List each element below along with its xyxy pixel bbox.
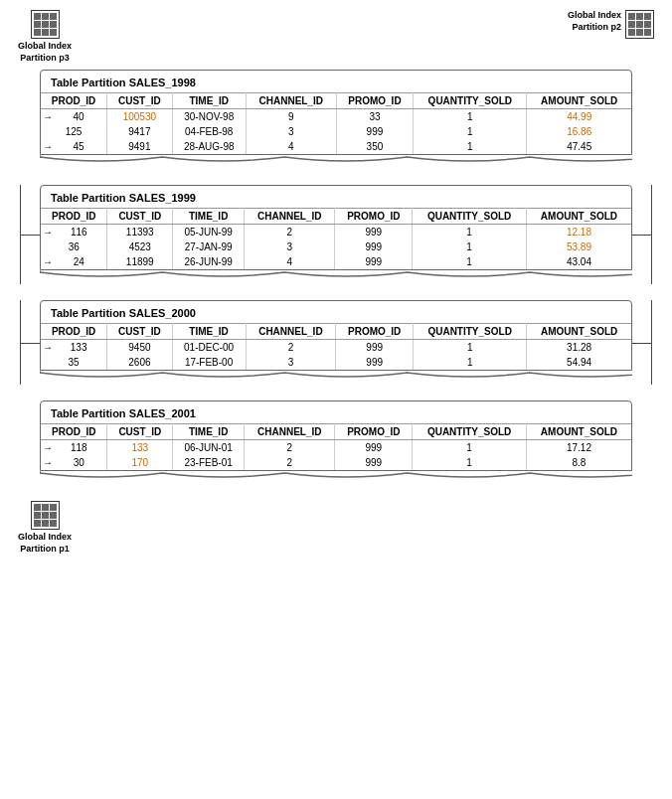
- cell-0-2-2: 28-AUG-98: [172, 139, 246, 154]
- table-row: →1161139305-JUN-992999112.18: [41, 225, 631, 240]
- data-table-0: PROD_IDCUST_IDTIME_IDCHANNEL_IDPROMO_IDQ…: [41, 92, 631, 154]
- cell-3-0-0: →118: [41, 440, 107, 456]
- cell-1-0-1: 11393: [107, 225, 173, 240]
- col-header-1-5: QUANTITY_SOLD: [413, 209, 527, 225]
- table-row: 125941704-FEB-983999116.86: [41, 124, 631, 139]
- cell-0-2-3: 4: [246, 139, 336, 154]
- partition-section-1: Table Partition SALES_1999PROD_IDCUST_ID…: [10, 185, 662, 284]
- partition-section-2: Table Partition SALES_2000PROD_IDCUST_ID…: [10, 300, 662, 385]
- col-header-3-0: PROD_ID: [41, 424, 107, 440]
- col-header-0-0: PROD_ID: [41, 93, 107, 109]
- cell-2-0-1: 9450: [107, 340, 172, 356]
- col-header-3-3: CHANNEL_ID: [245, 424, 335, 440]
- partition-title-3: Table Partition SALES_2001: [41, 401, 631, 423]
- partition-title-1: Table Partition SALES_1999: [41, 186, 631, 208]
- page: Global Index Partition p3 Global Index P…: [0, 0, 672, 799]
- cell-1-0-5: 1: [413, 225, 527, 240]
- cell-1-2-3: 4: [245, 254, 335, 269]
- col-header-2-6: AMOUNT_SOLD: [527, 324, 631, 340]
- cell-3-1-1: 170: [107, 455, 173, 470]
- col-header-1-0: PROD_ID: [41, 209, 107, 225]
- data-table-1: PROD_IDCUST_IDTIME_IDCHANNEL_IDPROMO_IDQ…: [41, 208, 631, 269]
- cell-2-0-3: 2: [246, 340, 336, 356]
- col-header-3-6: AMOUNT_SOLD: [526, 424, 631, 440]
- cell-0-1-1: 9417: [107, 124, 172, 139]
- cell-2-0-6: 31.28: [527, 340, 631, 356]
- cell-2-0-5: 1: [414, 340, 527, 356]
- cell-1-2-6: 43.04: [526, 254, 631, 269]
- partition-inner-2: Table Partition SALES_2000PROD_IDCUST_ID…: [40, 300, 632, 371]
- cell-1-1-3: 3: [245, 240, 335, 254]
- cell-1-1-4: 999: [335, 240, 413, 254]
- global-index-p1-box: Global Index Partition p1: [18, 501, 72, 555]
- col-header-2-5: QUANTITY_SOLD: [414, 324, 527, 340]
- col-header-1-2: TIME_ID: [173, 209, 245, 225]
- cell-2-1-4: 999: [336, 355, 414, 370]
- cell-3-1-0: →30: [41, 455, 107, 470]
- index-label-p2: Global Index: [568, 10, 621, 22]
- partition-inner-1: Table Partition SALES_1999PROD_IDCUST_ID…: [40, 185, 632, 270]
- col-header-3-5: QUANTITY_SOLD: [413, 424, 527, 440]
- cell-1-1-2: 27-JAN-99: [173, 240, 245, 254]
- data-table-3: PROD_IDCUST_IDTIME_IDCHANNEL_IDPROMO_IDQ…: [41, 423, 631, 470]
- col-header-1-1: CUST_ID: [107, 209, 173, 225]
- cell-1-0-4: 999: [335, 225, 413, 240]
- cell-2-0-0: →133: [41, 340, 107, 356]
- col-header-1-6: AMOUNT_SOLD: [526, 209, 631, 225]
- cell-3-1-5: 1: [413, 455, 527, 470]
- cell-3-0-3: 2: [245, 440, 335, 456]
- table-row: →3017023-FEB-01299918.8: [41, 455, 631, 470]
- cell-1-0-0: →116: [41, 225, 107, 240]
- top-indexes-row: Global Index Partition p3 Global Index P…: [10, 10, 662, 64]
- cell-0-2-5: 1: [414, 139, 527, 154]
- partition-title-0: Table Partition SALES_1998: [41, 71, 631, 92]
- cell-0-0-1: 100530: [107, 109, 172, 125]
- col-header-1-3: CHANNEL_ID: [245, 209, 335, 225]
- col-header-2-0: PROD_ID: [41, 324, 107, 340]
- table-row: 35260617-FEB-003999154.94: [41, 355, 631, 370]
- col-header-0-5: QUANTITY_SOLD: [414, 93, 527, 109]
- cell-0-1-2: 04-FEB-98: [172, 124, 246, 139]
- index-grid-icon-p2: [625, 10, 654, 39]
- cell-0-1-6: 16.86: [527, 124, 631, 139]
- cell-1-1-6: 53.89: [526, 240, 631, 254]
- table-row: 36452327-JAN-993999153.89: [41, 240, 631, 254]
- index-label-p1b: Partition p1: [20, 544, 70, 556]
- partitions-container: Table Partition SALES_1998PROD_IDCUST_ID…: [10, 70, 662, 485]
- global-index-p1: Global Index Partition p1: [10, 501, 662, 555]
- table-row: →133945001-DEC-002999131.28: [41, 340, 631, 356]
- cell-0-0-3: 9: [246, 109, 336, 125]
- global-index-p3: Global Index Partition p3: [18, 10, 72, 64]
- cell-0-2-1: 9491: [107, 139, 172, 154]
- cell-0-1-5: 1: [414, 124, 527, 139]
- global-index-p2: Global Index Partition p2: [568, 10, 654, 41]
- cell-1-1-1: 4523: [107, 240, 173, 254]
- table-row: →4010053030-NOV-98933144.99: [41, 109, 631, 125]
- cell-0-2-4: 350: [336, 139, 414, 154]
- cell-0-2-6: 47.45: [527, 139, 631, 154]
- partition-inner-3: Table Partition SALES_2001PROD_IDCUST_ID…: [40, 400, 632, 471]
- cell-3-0-4: 999: [335, 440, 413, 456]
- cell-0-1-3: 3: [246, 124, 336, 139]
- col-header-2-4: PROMO_ID: [336, 324, 414, 340]
- cell-1-2-1: 11899: [107, 254, 173, 269]
- cell-0-0-2: 30-NOV-98: [172, 109, 246, 125]
- col-header-3-1: CUST_ID: [107, 424, 173, 440]
- table-row: →11813306-JUN-012999117.12: [41, 440, 631, 456]
- index-label-p3b: Partition p3: [20, 53, 70, 65]
- cell-1-2-5: 1: [413, 254, 527, 269]
- cell-2-1-1: 2606: [107, 355, 172, 370]
- cell-0-2-0: →45: [41, 139, 107, 154]
- wavy-bottom-0: [40, 155, 632, 169]
- cell-3-1-2: 23-FEB-01: [173, 455, 245, 470]
- cell-0-0-6: 44.99: [527, 109, 631, 125]
- col-header-0-4: PROMO_ID: [336, 93, 414, 109]
- col-header-0-1: CUST_ID: [107, 93, 172, 109]
- cell-1-2-2: 26-JUN-99: [173, 254, 245, 269]
- cell-0-0-0: →40: [41, 109, 107, 125]
- cell-3-0-1: 133: [107, 440, 173, 456]
- table-row: →241189926-JUN-994999143.04: [41, 254, 631, 269]
- cell-2-0-4: 999: [336, 340, 414, 356]
- col-header-3-4: PROMO_ID: [335, 424, 413, 440]
- cell-1-1-5: 1: [413, 240, 527, 254]
